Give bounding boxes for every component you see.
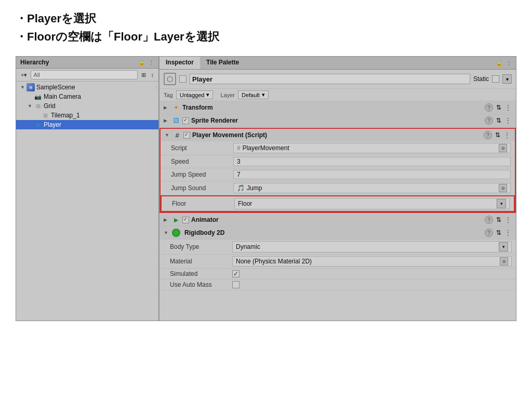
animator-settings-icon[interactable]: ⇅ — [496, 216, 501, 223]
prop-value-jump-speed[interactable]: 7 — [233, 170, 511, 179]
layer-dropdown[interactable]: Default ▾ — [238, 90, 269, 99]
rb-menu-icon[interactable]: ⋮ — [504, 229, 512, 237]
hierarchy-panel: Hierarchy 🔒 ⋮ +▾ ⊞ ↕ ▼ ⊞ SampleScene ⋮ � — [16, 57, 159, 321]
transform-settings-icon[interactable]: ⇅ — [496, 104, 501, 111]
inspector-content: ⬡ Static ▾ Tag Untagged ▾ Layer Default … — [159, 70, 516, 321]
tab-tile-palette[interactable]: Tile Palette — [200, 57, 245, 69]
hierarchy-search-input[interactable] — [31, 70, 137, 79]
camera-icon: 📷 — [34, 92, 42, 101]
rb-settings-icon[interactable]: ⇅ — [496, 229, 501, 236]
animator-menu-icon[interactable]: ⋮ — [504, 216, 512, 224]
hierarchy-item-samplescene[interactable]: ▼ ⊞ SampleScene ⋮ — [16, 83, 158, 92]
hierarchy-content: ▼ ⊞ SampleScene ⋮ 📷 Main Camera ▼ ⊞ Grid… — [16, 82, 158, 321]
animator-row[interactable]: ▶ ▶ Animator ? ⇅ ⋮ — [159, 214, 516, 227]
lock-icon: 🔒 — [138, 59, 145, 66]
pm-script-icon: # — [173, 131, 181, 139]
hierarchy-item-tilemap1[interactable]: ⊞ Tilemap_1 — [16, 111, 158, 120]
prop-label-speed: Speed — [171, 158, 233, 165]
animator-checkbox[interactable] — [182, 217, 189, 223]
prop-row-material: Material None (Physics Material 2D) ⊙ — [159, 255, 516, 269]
jump-sound-target-btn[interactable]: ⊙ — [499, 184, 507, 192]
animator-icon: ▶ — [172, 216, 180, 224]
script-target-btn[interactable]: ⊙ — [499, 144, 507, 152]
prop-value-body-type[interactable]: Dynamic ▾ — [232, 241, 512, 252]
sprite-settings-icon[interactable]: ⇅ — [496, 117, 501, 124]
material-target-btn[interactable]: ⊙ — [500, 257, 508, 265]
gameobject-enabled-checkbox[interactable] — [179, 75, 187, 83]
static-checkbox[interactable] — [492, 75, 499, 83]
sprite-menu-icon[interactable]: ⋮ — [504, 116, 512, 125]
pm-settings-icon[interactable]: ⇅ — [495, 131, 500, 139]
sprite-help-button[interactable]: ? — [485, 116, 493, 125]
inspector-menu-icon[interactable]: ⋮ — [506, 60, 512, 66]
tag-label: Tag — [164, 92, 173, 98]
script-hash: # — [237, 144, 241, 152]
rigidbody2d-row[interactable]: ▼ Rigidbody 2D ? ⇅ ⋮ — [159, 227, 516, 240]
hierarchy-header: Hierarchy 🔒 ⋮ — [16, 57, 158, 69]
floor-dropdown-btn[interactable]: ▾ — [497, 199, 506, 208]
camera-label: Main Camera — [44, 93, 81, 100]
body-type-dropdown[interactable]: ▾ — [499, 242, 508, 251]
prop-label-use-auto-mass: Use Auto Mass — [170, 281, 232, 288]
sprite-renderer-icon: 🖼 — [172, 116, 180, 125]
prop-value-floor[interactable]: Floor ▾ — [234, 198, 510, 209]
gameobject-cube-icon: ⬡ — [164, 73, 176, 85]
prop-row-floor: Floor Floor ▾ — [161, 195, 515, 212]
hierarchy-filter-button[interactable]: ⊞ — [140, 71, 148, 79]
layer-label: Layer — [220, 92, 235, 98]
rb-expand-icon[interactable]: ▼ — [164, 230, 170, 235]
pm-title: Player Movement (Script) — [192, 131, 482, 139]
static-dropdown-btn[interactable]: ▾ — [502, 74, 512, 84]
use-auto-mass-checkbox[interactable] — [232, 281, 240, 288]
pm-help-button[interactable]: ? — [484, 131, 492, 139]
simulated-checkbox[interactable]: ✓ — [232, 270, 240, 277]
sprite-expand-icon[interactable]: ▶ — [164, 118, 170, 123]
hierarchy-header-icons: 🔒 ⋮ — [138, 59, 154, 66]
instructions-section: ・Playerを選択 ・Floorの空欄は「Floor」Layerを選択 — [0, 0, 532, 51]
script-name: PlayerMovement — [243, 144, 497, 152]
prop-label-jump-speed: Jump Speed — [171, 171, 233, 178]
tag-arrow: ▾ — [206, 91, 209, 98]
transform-component-row[interactable]: ▶ ✦ Transform ? ⇅ ⋮ — [159, 101, 516, 114]
prop-value-speed[interactable]: 3 — [233, 157, 511, 166]
unity-editor: Hierarchy 🔒 ⋮ +▾ ⊞ ↕ ▼ ⊞ SampleScene ⋮ � — [16, 56, 516, 321]
transform-expand-icon[interactable]: ▶ — [164, 105, 170, 110]
pm-checkbox[interactable] — [183, 132, 190, 139]
tag-dropdown[interactable]: Untagged ▾ — [176, 90, 214, 99]
tab-area: Inspector Tile Palette — [159, 57, 245, 69]
hierarchy-sort-button[interactable]: ↕ — [150, 71, 156, 78]
prop-row-jump-speed: Jump Speed 7 — [161, 168, 515, 181]
tab-inspector[interactable]: Inspector — [159, 57, 200, 69]
hierarchy-item-grid[interactable]: ▼ ⊞ Grid — [16, 101, 158, 111]
jump-sound-value: Jump — [247, 184, 497, 192]
sprite-renderer-row[interactable]: ▶ 🖼 Sprite Renderer ? ⇅ ⋮ — [159, 114, 516, 127]
scene-menu[interactable]: ⋮ — [153, 85, 158, 90]
gameobject-header: ⬡ Static ▾ — [159, 70, 516, 89]
animator-title: Animator — [191, 216, 483, 223]
transform-menu-icon[interactable]: ⋮ — [504, 103, 512, 112]
pm-expand-icon[interactable]: ▼ — [165, 132, 171, 138]
animator-help-button[interactable]: ? — [485, 216, 493, 224]
transform-help-button[interactable]: ? — [485, 103, 493, 112]
instruction-line-2: ・Floorの空欄は「Floor」Layerを選択 — [16, 28, 516, 46]
inspector-lock-icon: 🔒 — [496, 60, 503, 66]
prop-label-simulated: Simulated — [170, 270, 232, 277]
menu-icon[interactable]: ⋮ — [149, 59, 154, 66]
add-hierarchy-button[interactable]: +▾ — [19, 71, 29, 79]
hierarchy-toolbar: +▾ ⊞ ↕ — [16, 69, 158, 82]
hierarchy-item-maincamera[interactable]: 📷 Main Camera — [16, 92, 158, 101]
pm-menu-icon[interactable]: ⋮ — [503, 131, 511, 139]
hierarchy-item-player[interactable]: ⊞ Player — [16, 120, 158, 129]
sprite-renderer-checkbox[interactable] — [182, 117, 189, 124]
prop-label-material: Material — [170, 258, 232, 265]
sprite-renderer-title: Sprite Renderer — [191, 117, 483, 124]
tab-icons: 🔒 ⋮ — [491, 58, 516, 69]
prop-value-jump-sound: 🎵 Jump ⊙ — [233, 183, 511, 193]
floor-value: Floor — [238, 200, 495, 207]
rb-help-button[interactable]: ? — [485, 229, 493, 237]
prop-label-jump-sound: Jump Sound — [171, 184, 233, 192]
player-movement-row[interactable]: ▼ # Player Movement (Script) ? ⇅ ⋮ — [161, 129, 515, 141]
animator-expand-icon[interactable]: ▶ — [164, 217, 170, 222]
transform-title: Transform — [182, 104, 483, 111]
gameobject-name-input[interactable] — [190, 74, 470, 84]
